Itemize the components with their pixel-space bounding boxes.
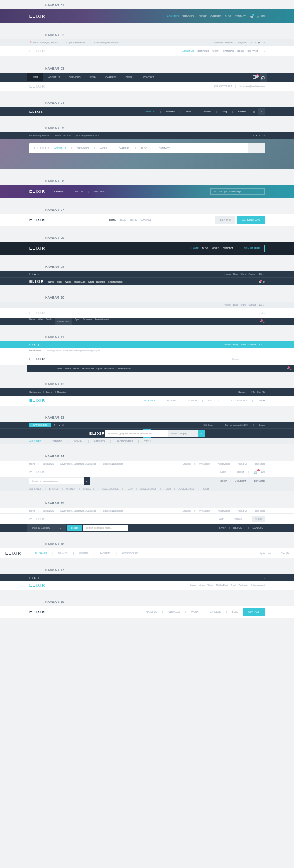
menu-item[interactable]: CAREERS xyxy=(119,147,129,149)
youtube-icon[interactable]: ▶ xyxy=(34,273,36,275)
search-icon[interactable]: ⌕ xyxy=(257,15,259,18)
menu-item[interactable]: WOMEN xyxy=(74,440,83,443)
menu-item[interactable]: World xyxy=(73,367,79,370)
menu-item[interactable]: Middle East xyxy=(82,367,94,370)
top-link[interactable]: About Us xyxy=(238,462,247,465)
search-icon[interactable]: ⌕ xyxy=(290,367,292,370)
logo[interactable]: ELIXIR xyxy=(29,49,45,53)
menu-item[interactable]: BLOG xyxy=(225,15,231,18)
top-link[interactable]: Blog xyxy=(233,303,238,306)
search-input[interactable]: Search by product name... xyxy=(29,478,84,484)
lang-select[interactable]: EN ⌄ xyxy=(259,273,265,275)
menu-item[interactable]: TECH xyxy=(258,399,265,402)
getstarted-button[interactable]: GET STARTED ⊙ xyxy=(237,216,265,224)
menu-item[interactable]: CONTACT xyxy=(140,219,151,221)
menu-item[interactable]: CONTACT xyxy=(235,15,246,18)
dept-link[interactable]: USD/DEPT xyxy=(233,527,245,529)
menu-item[interactable]: WORK xyxy=(130,219,137,221)
logo[interactable]: ELIXIR xyxy=(29,470,45,474)
twitter-icon[interactable]: t xyxy=(57,424,57,426)
menu-item[interactable]: BRANDS xyxy=(53,440,62,443)
menu-item[interactable]: CAREERS xyxy=(103,76,119,79)
twitter-icon[interactable]: t xyxy=(32,343,32,346)
menu-item[interactable]: TECH xyxy=(164,487,171,490)
signup-button[interactable]: SIGN UP FREE xyxy=(239,245,265,252)
menu-item[interactable]: ABOUT US xyxy=(46,76,62,79)
register-link[interactable]: Register xyxy=(234,518,242,520)
top-link[interactable]: My Account xyxy=(199,509,210,512)
menu-item[interactable]: HOME xyxy=(109,219,116,221)
top-link[interactable]: Government, Education & Corporate xyxy=(60,462,96,465)
top-link[interactable]: My Account xyxy=(199,462,210,465)
search-icon[interactable]: ⌕ xyxy=(263,280,265,283)
grid-icon[interactable]: ⊞ xyxy=(248,143,256,153)
shop-link[interactable]: SHOP xyxy=(220,480,227,482)
menu-item[interactable]: CAREERS xyxy=(223,50,234,52)
menu-item[interactable]: World xyxy=(208,584,213,587)
menu-item[interactable]: HOME xyxy=(192,247,199,250)
menu-item[interactable]: Business xyxy=(96,280,105,283)
menu-item[interactable]: WORK xyxy=(212,247,219,250)
top-link[interactable]: Students&Educators xyxy=(103,462,123,465)
menu-item[interactable]: CAREERS xyxy=(210,15,221,18)
menu-item[interactable]: ABOUT US xyxy=(54,147,66,149)
top-link[interactable]: Contact xyxy=(248,343,256,346)
menu-item[interactable]: Sport xyxy=(96,367,102,370)
login-link[interactable]: Login xyxy=(219,518,224,520)
top-link[interactable]: FederalDDA xyxy=(42,509,54,512)
cart-icon[interactable]: 🛍 xyxy=(250,15,255,18)
menu-item[interactable]: About Us xyxy=(145,110,155,113)
menu-item[interactable]: Sport xyxy=(231,584,236,587)
menu-item[interactable]: CONTACT xyxy=(159,147,170,149)
category-select[interactable]: Select Category xyxy=(168,430,198,437)
menu-item[interactable]: News xyxy=(48,280,54,283)
menu-item[interactable]: Middle East xyxy=(216,584,228,587)
search-icon[interactable]: ⌕ xyxy=(256,143,265,153)
google-icon[interactable]: g xyxy=(38,273,39,275)
menu-item[interactable]: Entertainment xyxy=(95,318,109,325)
youtube-icon[interactable]: ▶ xyxy=(59,424,61,426)
menu-item[interactable]: CONTACT xyxy=(141,76,157,79)
lang-select[interactable]: EN xyxy=(261,15,265,18)
menu-item[interactable]: ALL SALES xyxy=(35,552,47,555)
explore-link[interactable]: EXPLORE xyxy=(252,527,263,529)
menu-item[interactable]: GADGETS xyxy=(83,487,94,490)
instagram-icon[interactable]: ⊡ xyxy=(263,41,265,44)
menu-item[interactable]: WORK xyxy=(200,15,207,18)
logo[interactable]: ELIXIR xyxy=(29,280,44,284)
grid-icon[interactable]: ⊞ xyxy=(251,108,257,115)
menu-item[interactable]: WATCH xyxy=(75,190,83,193)
top-link[interactable]: Español xyxy=(182,509,190,512)
cart-link[interactable]: 🛒 My Cart (0) xyxy=(250,391,265,393)
cart-icon[interactable]: 🛒 xyxy=(254,470,258,474)
login-link[interactable]: Login xyxy=(259,424,265,426)
menu-item[interactable]: Business xyxy=(83,318,92,325)
menu-item[interactable]: SERVICES xyxy=(66,76,83,79)
google-icon[interactable]: g xyxy=(38,343,39,346)
menu-item[interactable]: ACCESSORIES xyxy=(102,487,119,490)
menu-item[interactable]: BRANDS xyxy=(58,552,68,555)
menu-item[interactable]: BLOG ⌄ xyxy=(123,76,137,79)
menu-item[interactable]: ACCESSORIES xyxy=(122,552,138,555)
menu-item[interactable]: BLOG xyxy=(232,611,238,613)
menu-item[interactable]: Video xyxy=(38,318,44,325)
facebook-icon[interactable]: f xyxy=(29,343,30,346)
menu-item[interactable]: Sport xyxy=(88,280,94,283)
menu-item[interactable]: Contact xyxy=(238,110,246,113)
facebook-icon[interactable]: f xyxy=(54,424,54,426)
facebook-icon[interactable]: f xyxy=(29,273,30,275)
top-link[interactable]: Blog xyxy=(233,273,238,275)
top-link[interactable]: Home xyxy=(224,273,230,275)
menu-item[interactable]: Video xyxy=(57,280,62,283)
menu-item[interactable]: Middle East xyxy=(74,280,85,283)
signin-button[interactable]: SIGN IN ⊙ xyxy=(215,216,235,224)
facebook-icon[interactable]: f xyxy=(251,134,251,137)
register-link[interactable]: Register xyxy=(57,391,66,393)
facebook-icon[interactable]: f xyxy=(251,41,252,44)
menu-item[interactable]: BRANDS xyxy=(167,399,176,402)
country-select[interactable]: ⚑ Country xyxy=(236,391,247,393)
logo[interactable]: ELIXIR xyxy=(29,311,45,315)
search-button[interactable]: ⌕ xyxy=(198,430,205,437)
top-link[interactable]: Español xyxy=(182,462,190,465)
menu-item[interactable]: Entertainment xyxy=(117,367,131,370)
